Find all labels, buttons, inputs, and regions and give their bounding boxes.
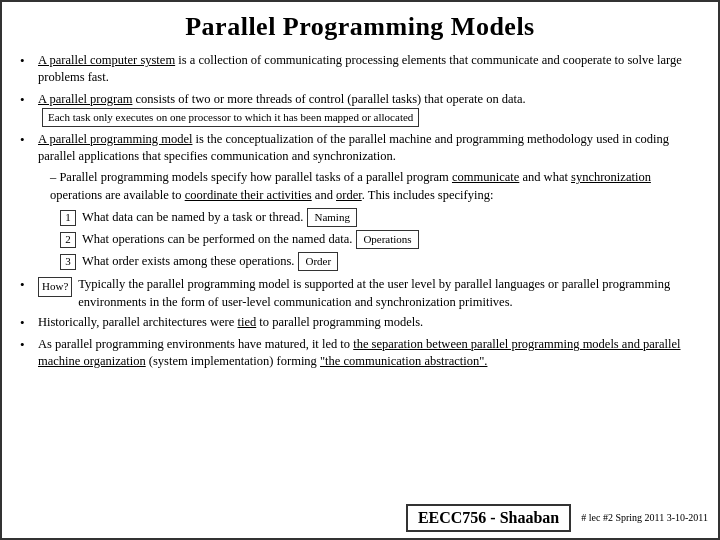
comm-abstraction-underline: "the communication abstraction". [320,354,487,368]
bullet-marker-sep: • [20,336,38,354]
eecc-box: EECC756 - Shaaban [406,504,571,532]
num-box-1: 1 [60,210,76,226]
bullet-marker-2: • [20,91,38,109]
slide: Parallel Programming Models • A parallel… [0,0,720,540]
num-row-1: 1 What data can be named by a task or th… [60,208,700,227]
how-text: Typically the parallel programming model… [78,276,700,311]
num-box-3: 3 [60,254,76,270]
bullet-2-text: A parallel program consists of two or mo… [38,91,700,127]
bullet-historically: • Historically, parallel architectures w… [20,314,700,332]
dash-text: – Parallel programming models specify ho… [50,170,651,201]
tied-underline: tied [237,315,256,329]
operations-tag: Operations [356,230,418,249]
bullet-1: • A parallel computer system is a collec… [20,52,700,87]
numbered-items: 1 What data can be named by a task or th… [60,208,700,272]
tooltip-box-task: Each task only executes on one processor… [42,108,419,127]
num-text-3: What order exists among these operations… [82,253,294,270]
bullet-marker-3: • [20,131,38,149]
how-label: How? [38,277,72,296]
how-section: • How? Typically the parallel programmin… [20,276,700,311]
num-box-2: 2 [60,232,76,248]
order-tag: Order [298,252,338,271]
bullet-marker-hist: • [20,314,38,332]
naming-tag: Naming [307,208,356,227]
footer-meta-text: # lec #2 Spring 2011 3-10-2011 [581,512,708,523]
bullet-3-text: A parallel programming model is the conc… [38,131,700,166]
footer-meta: # lec #2 Spring 2011 3-10-2011 [581,511,708,525]
num-text-2: What operations can be performed on the … [82,231,352,248]
bullet-1-text: A parallel computer system is a collecti… [38,52,700,87]
dash-section: – Parallel programming models specify ho… [50,169,700,204]
num-row-3: 3 What order exists among these operatio… [60,252,700,271]
bullet-hist-text: Historically, parallel architectures wer… [38,314,700,331]
bullet-marker-1: • [20,52,38,70]
parallel-program-underline: A parallel program [38,92,132,106]
footer: EECC756 - Shaaban # lec #2 Spring 2011 3… [406,504,708,532]
bullet-2: • A parallel program consists of two or … [20,91,700,127]
coordinate-underline: coordinate their activities [185,188,312,202]
eecc-label: EECC756 - Shaaban [418,509,559,526]
order-underline: order [336,188,362,202]
communicate-underline: communicate [452,170,519,184]
bullet-separation: • As parallel programming environments h… [20,336,700,371]
num-text-1: What data can be named by a task or thre… [82,209,303,226]
bullet-sep-text: As parallel programming environments hav… [38,336,700,371]
num-row-2: 2 What operations can be performed on th… [60,230,700,249]
content-area: • A parallel computer system is a collec… [20,52,700,370]
bullet-3: • A parallel programming model is the co… [20,131,700,166]
synchronization-underline: synchronization [571,170,651,184]
slide-title: Parallel Programming Models [20,12,700,42]
parallel-computer-underline: A parallel computer system [38,53,175,67]
bullet-marker-how: • [20,276,38,294]
parallel-prog-model-underline: A parallel programming model [38,132,192,146]
